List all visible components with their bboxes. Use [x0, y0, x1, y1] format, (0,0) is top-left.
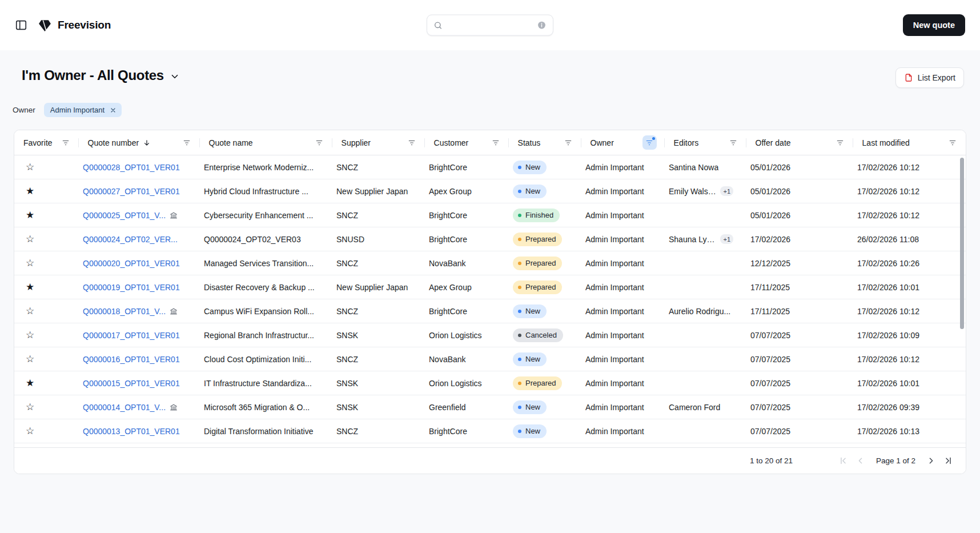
title-chevron-down-icon[interactable]: [170, 69, 180, 82]
vertical-scrollbar[interactable]: [960, 158, 964, 329]
filter-icon[interactable]: [491, 138, 501, 148]
status-badge: Prepared: [513, 257, 562, 270]
filter-icon[interactable]: [61, 138, 71, 148]
column-header-owner[interactable]: Owner: [581, 130, 665, 155]
new-quote-button[interactable]: New quote: [903, 14, 965, 36]
filter-icon[interactable]: [563, 138, 573, 148]
status-dot: [518, 286, 521, 289]
quote-name-cell: Cybersecurity Enhancement ...: [195, 203, 327, 227]
status-badge: New: [513, 400, 547, 414]
table-row[interactable]: ☆ Q0000013_OPT01_VER01 Digital Transform…: [14, 419, 966, 443]
table-row[interactable]: ☆ Q0000020_OPT01_VER01 Managed Services …: [14, 251, 966, 275]
column-header-supplier[interactable]: Supplier: [332, 130, 425, 155]
table-row[interactable]: ☆ Q0000024_OPT02_VER... Q0000024_OPT02_V…: [14, 227, 966, 251]
filter-icon[interactable]: [947, 138, 958, 148]
column-header-favorite[interactable]: Favorite: [14, 130, 79, 155]
customer-cell: BrightCore: [420, 155, 504, 179]
quote-number-link[interactable]: Q0000028_OPT01_VER01: [83, 163, 180, 172]
next-page-button[interactable]: [922, 452, 939, 470]
table-row[interactable]: ☆ Q0000016_OPT01_VER01 Cloud Cost Optimi…: [14, 347, 966, 371]
favorite-star-icon[interactable]: ☆: [26, 354, 34, 364]
favorite-star-icon[interactable]: ★: [26, 378, 34, 388]
favorite-star-icon[interactable]: ☆: [26, 258, 34, 268]
quote-name-cell: Digital Transformation Initiative: [195, 419, 327, 443]
favorite-star-icon[interactable]: ☆: [26, 426, 34, 436]
favorite-star-icon[interactable]: ☆: [26, 330, 34, 340]
customer-cell: BrightCore: [420, 203, 504, 227]
column-header-quote-number[interactable]: Quote number: [79, 130, 200, 155]
quotes-table: Favorite Quote number Quote name Supplie…: [14, 130, 966, 474]
column-header-customer[interactable]: Customer: [425, 130, 509, 155]
customer-cell: NovaBank: [420, 347, 504, 371]
favorite-star-icon[interactable]: ☆: [26, 234, 34, 244]
quote-number-link[interactable]: Q0000018_OPT01_V...: [83, 307, 166, 316]
column-header-offer-date[interactable]: Offer date: [746, 130, 853, 155]
quote-number-link[interactable]: Q0000016_OPT01_VER01: [83, 355, 180, 364]
quote-name-cell: Managed Services Transition...: [195, 251, 327, 275]
column-label: Favorite: [23, 138, 53, 147]
supplier-cell: SNCZ: [327, 347, 420, 371]
table-row[interactable]: ☆ Q0000017_OPT01_VER01 Regional Branch I…: [14, 323, 966, 347]
status-dot: [518, 310, 521, 313]
quote-name-cell: Microsoft 365 Migration & O...: [195, 395, 327, 419]
owner-cell: Admin Important: [576, 395, 660, 419]
table-footer: 1 to 20 of 21 Page 1 of 2: [14, 447, 966, 474]
quote-number-link[interactable]: Q0000024_OPT02_VER...: [83, 235, 178, 244]
last-page-button[interactable]: [939, 452, 957, 470]
search-input[interactable]: [447, 21, 532, 30]
quote-number-link[interactable]: Q0000027_OPT01_VER01: [83, 187, 180, 196]
quote-name-cell: Disaster Recovery & Backup ...: [195, 275, 327, 299]
supplier-cell: SNSK: [327, 395, 420, 419]
favorite-star-icon[interactable]: ★: [26, 210, 34, 220]
quote-number-link[interactable]: Q0000013_OPT01_VER01: [83, 427, 180, 436]
list-export-button[interactable]: List Export: [895, 67, 964, 88]
editor-name: Cameron Ford: [669, 403, 720, 412]
brand-name: Freevision: [58, 19, 111, 31]
chip-remove-icon[interactable]: [110, 107, 117, 114]
favorite-star-icon[interactable]: ★: [26, 282, 34, 292]
quote-name-cell: Campus WiFi Expansion Roll...: [195, 299, 327, 323]
column-header-last-modified[interactable]: Last modified: [853, 130, 966, 155]
table-row[interactable]: ☆ Q0000028_OPT01_VER01 Enterprise Networ…: [14, 155, 966, 179]
quote-number-link[interactable]: Q0000020_OPT01_VER01: [83, 259, 180, 268]
filter-icon[interactable]: [835, 138, 845, 148]
column-header-status[interactable]: Status: [509, 130, 581, 155]
table-row[interactable]: ★ Q0000025_OPT01_V... Cybersecurity Enha…: [14, 203, 966, 227]
table-row[interactable]: ★ Q0000019_OPT01_VER01 Disaster Recovery…: [14, 275, 966, 299]
filter-icon[interactable]: [182, 138, 192, 148]
editors-extra-badge[interactable]: +1: [720, 186, 733, 196]
quote-number-link[interactable]: Q0000025_OPT01_V...: [83, 211, 166, 220]
offer-date-cell: 07/07/2025: [741, 323, 848, 347]
column-header-editors[interactable]: Editors: [665, 130, 746, 155]
active-filter-icon[interactable]: [642, 135, 657, 150]
table-row[interactable]: ★ Q0000027_OPT01_VER01 Hybrid Cloud Infr…: [14, 179, 966, 203]
status-label: New: [525, 307, 540, 315]
quote-number-link[interactable]: Q0000015_OPT01_VER01: [83, 379, 180, 388]
filter-icon[interactable]: [407, 138, 417, 148]
quote-number-link[interactable]: Q0000017_OPT01_VER01: [83, 331, 180, 340]
quote-number-link[interactable]: Q0000014_OPT01_V...: [83, 403, 166, 412]
column-label: Editors: [674, 138, 699, 147]
table-row[interactable]: ☆ Q0000014_OPT01_V... Microsoft 365 Migr…: [14, 395, 966, 419]
favorite-star-icon[interactable]: ☆: [26, 402, 34, 412]
editors-extra-badge[interactable]: +1: [720, 234, 733, 244]
first-page-button[interactable]: [835, 452, 852, 470]
filter-icon[interactable]: [728, 138, 738, 148]
table-row[interactable]: ★ Q0000015_OPT01_VER01 IT Infrastructure…: [14, 371, 966, 395]
owner-cell: Admin Important: [576, 227, 660, 251]
favorite-star-icon[interactable]: ★: [26, 186, 34, 196]
quote-number-link[interactable]: Q0000019_OPT01_VER01: [83, 283, 180, 292]
sidebar-toggle-icon[interactable]: [15, 19, 27, 31]
table-row[interactable]: ☆ Q0000018_OPT01_V... Campus WiFi Expans…: [14, 299, 966, 323]
filter-icon[interactable]: [314, 138, 324, 148]
favorite-star-icon[interactable]: ☆: [26, 306, 34, 316]
freevision-logo-icon: [38, 18, 52, 33]
column-label: Status: [518, 138, 541, 147]
column-header-quote-name[interactable]: Quote name: [200, 130, 332, 155]
favorite-star-icon[interactable]: ☆: [26, 162, 34, 172]
status-badge: Prepared: [513, 280, 562, 294]
owner-cell: Admin Important: [576, 203, 660, 227]
previous-page-button[interactable]: [852, 452, 869, 470]
search-info-icon[interactable]: [537, 21, 547, 30]
last-modified-cell: 17/02/2026 10:12: [848, 179, 966, 203]
